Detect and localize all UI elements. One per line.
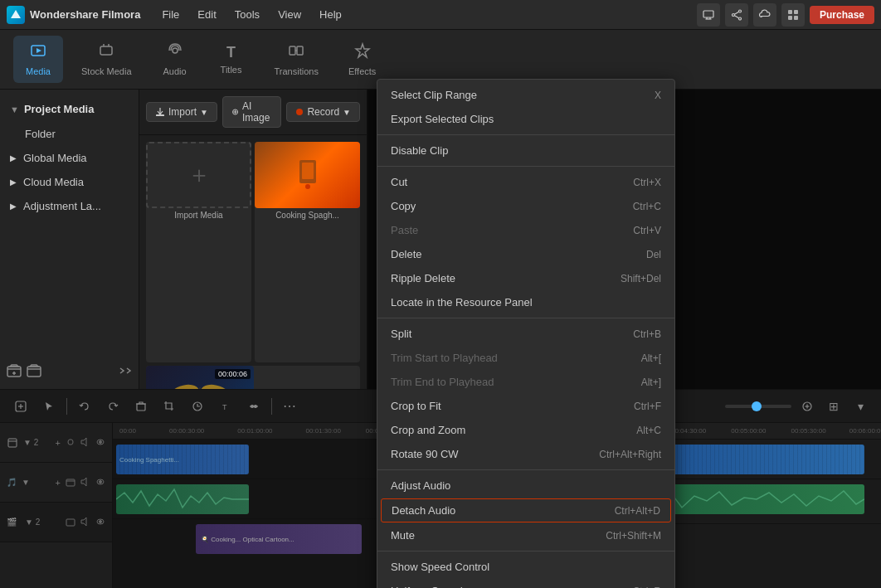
- svg-marker-59: [81, 438, 86, 446]
- svg-rect-1: [703, 11, 713, 17]
- clip-cartoon[interactable]: 🍳 Cooking... Optical Cartoon...: [196, 524, 362, 554]
- ctx-label: Mute: [391, 529, 415, 542]
- ai-image-button[interactable]: AI Image: [222, 96, 281, 128]
- ctx-item-show-speed-control[interactable]: Show Speed Control: [377, 555, 674, 579]
- effects-icon: [354, 42, 371, 63]
- link-icon[interactable]: [66, 437, 75, 449]
- speed-btn[interactable]: [187, 396, 208, 417]
- sidebar-item-adjustment[interactable]: ▶ Adjustment La...: [0, 194, 139, 218]
- svg-text:T: T: [222, 403, 227, 411]
- menu-edit[interactable]: Edit: [189, 5, 224, 24]
- ctx-item-locate-in-the-resource-panel[interactable]: Locate in the Resource Panel: [377, 290, 674, 314]
- app-logo-icon: [7, 6, 25, 24]
- undo-btn[interactable]: [74, 396, 95, 417]
- menu-tools[interactable]: Tools: [226, 5, 268, 24]
- sidebar-item-cloud-media[interactable]: ▶ Cloud Media: [0, 170, 139, 194]
- menu-right: Purchase: [697, 3, 874, 27]
- text-btn[interactable]: T: [215, 396, 236, 417]
- tab-transitions[interactable]: Transitions: [263, 36, 330, 83]
- ctx-item-cut[interactable]: CutCtrl+X: [377, 170, 674, 194]
- ctx-label: Select Clip Range: [391, 89, 477, 101]
- ctx-item-mute[interactable]: MuteCtrl+Shift+M: [377, 523, 674, 547]
- app-name: Wondershare Filmora: [30, 8, 140, 21]
- menu-view[interactable]: View: [270, 5, 309, 24]
- ctx-item-split[interactable]: SplitCtrl+B: [377, 322, 674, 346]
- tab-effects[interactable]: Effects: [337, 36, 387, 83]
- grid-view-btn[interactable]: ⊞: [823, 396, 844, 417]
- ctx-item-select-clip-range[interactable]: Select Clip RangeX: [377, 83, 674, 107]
- global-media-chevron: ▶: [10, 153, 17, 163]
- add-track-btn[interactable]: [10, 396, 32, 417]
- ctx-item-crop-and-zoom[interactable]: Crop and ZoomAlt+C: [377, 418, 674, 442]
- tab-titles[interactable]: T Titles: [207, 37, 256, 81]
- project-media-label: Project Media: [24, 103, 95, 115]
- sidebar-cloud-label: Cloud Media: [23, 176, 84, 188]
- menu-items: File Edit Tools View Help: [153, 5, 349, 24]
- ctx-item-ripple-delete[interactable]: Ripple DeleteShift+Del: [377, 266, 674, 290]
- tab-media[interactable]: Media: [13, 36, 63, 83]
- audio-eye-icon[interactable]: [95, 477, 105, 488]
- import-thumb: ＋: [146, 142, 251, 208]
- track-label-audio: 🎵 ▼ +: [0, 463, 112, 503]
- ctx-item-export-selected-clips[interactable]: Export Selected Clips: [377, 107, 674, 131]
- menu-help[interactable]: Help: [311, 5, 350, 24]
- ctx-item-adjust-audio[interactable]: Adjust Audio: [377, 474, 674, 498]
- zoom-slider[interactable]: [725, 405, 791, 408]
- audio-clip[interactable]: [116, 484, 249, 514]
- media-item-cooking[interactable]: Cooking Spagh...: [255, 142, 360, 362]
- ctx-item-disable-clip[interactable]: Disable Clip: [377, 138, 674, 163]
- zoom-in-btn[interactable]: [796, 396, 818, 417]
- settings-btn[interactable]: ▾: [849, 396, 871, 417]
- crop-btn[interactable]: [158, 396, 180, 417]
- add-audio-track-icon[interactable]: +: [56, 478, 61, 488]
- import-button[interactable]: Import ▼: [146, 102, 217, 122]
- purchase-button[interactable]: Purchase: [810, 6, 874, 24]
- ctx-item-delete[interactable]: DeleteDel: [377, 242, 674, 266]
- ctx-item-uniform-speed[interactable]: Uniform SpeedCtrl+R: [377, 579, 674, 588]
- video2-folder[interactable]: [66, 517, 75, 528]
- audio-folder-icon[interactable]: [66, 477, 75, 488]
- new-folder-btn[interactable]: [27, 363, 41, 381]
- ctx-separator: [377, 551, 674, 552]
- svg-rect-62: [66, 479, 75, 486]
- ctx-item-copy[interactable]: CopyCtrl+C: [377, 194, 674, 218]
- ctx-label: Copy: [391, 200, 416, 212]
- monitor-icon-btn[interactable]: [697, 3, 720, 27]
- ctx-item-rotate-90-cw[interactable]: Rotate 90 CWCtrl+Alt+Right: [377, 442, 674, 466]
- ctx-item-detach-audio[interactable]: Detach AudioCtrl+Alt+D: [381, 498, 671, 522]
- svg-rect-26: [27, 367, 41, 377]
- more-btn[interactable]: ⋯: [279, 396, 300, 417]
- mute-track-icon[interactable]: [80, 437, 90, 449]
- ctx-shortcut: Ctrl+X: [633, 177, 661, 188]
- clip-cooking[interactable]: Cooking Spaghetti...: [116, 445, 249, 474]
- sidebar-item-global-media[interactable]: ▶ Global Media: [0, 146, 139, 170]
- share-icon-btn[interactable]: [725, 3, 748, 27]
- ctx-item-crop-to-fit[interactable]: Crop to FitCtrl+F: [377, 394, 674, 418]
- media-item-import[interactable]: ＋ Import Media: [146, 142, 251, 362]
- project-media-header[interactable]: ▼ Project Media: [0, 96, 139, 122]
- audio-icon: [167, 42, 183, 63]
- ctx-shortcut: Ctrl+V: [633, 225, 661, 236]
- tab-stock-media[interactable]: Stock Media: [70, 36, 144, 83]
- record-button[interactable]: Record ▼: [286, 102, 360, 122]
- add-folder-btn[interactable]: [7, 363, 22, 381]
- video2-mute[interactable]: [80, 517, 90, 528]
- tab-audio[interactable]: Audio: [150, 36, 200, 83]
- eye-track-icon[interactable]: [95, 437, 105, 449]
- redo-btn[interactable]: [102, 396, 124, 417]
- ctx-label: Paste: [391, 224, 418, 236]
- sidebar-global-label: Global Media: [23, 152, 87, 164]
- ctx-label: Crop and Zoom: [391, 424, 465, 436]
- add-track-icon[interactable]: +: [56, 438, 61, 448]
- menu-file[interactable]: File: [153, 5, 187, 24]
- video2-eye[interactable]: [95, 517, 105, 528]
- layout-icon-btn[interactable]: [781, 3, 805, 27]
- pointer-tool-btn[interactable]: [38, 396, 60, 417]
- audio-mute-icon[interactable]: [80, 477, 90, 488]
- sidebar-item-folder[interactable]: Folder: [0, 122, 139, 146]
- delete-btn[interactable]: [130, 396, 152, 417]
- expand-panel-btn[interactable]: [118, 363, 133, 381]
- audio-adj-btn[interactable]: [243, 396, 265, 417]
- cloud-icon-btn[interactable]: [753, 3, 776, 27]
- svg-rect-66: [66, 519, 75, 526]
